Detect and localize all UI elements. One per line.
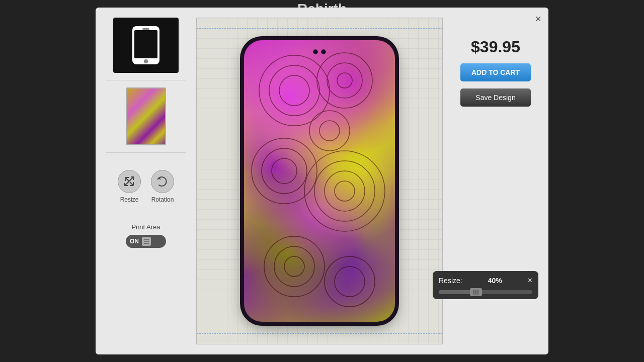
svg-point-20: [304, 151, 385, 231]
resize-slider-thumb[interactable]: [470, 288, 482, 296]
rotation-icon: [157, 176, 168, 187]
resize-label: Resize: [118, 196, 141, 203]
design-canvas[interactable]: [196, 18, 443, 344]
rotation-label: Rotation: [151, 196, 174, 203]
svg-point-30: [319, 121, 340, 141]
tool-buttons-row: [118, 170, 174, 193]
left-panel: Resize Rotation Print Area ON: [106, 18, 186, 344]
phone-case-container: [244, 40, 395, 322]
resize-button[interactable]: [118, 170, 141, 193]
toggle-lines: [144, 239, 149, 244]
svg-point-19: [272, 158, 297, 184]
toggle-on-label: ON: [130, 238, 139, 245]
resize-popup-header: Resize: 40% ×: [439, 276, 532, 285]
modal-dialog: ×: [96, 8, 548, 354]
camera-lens-2: [321, 49, 326, 54]
divider-2: [106, 152, 186, 153]
svg-point-24: [264, 236, 325, 297]
modal-overlay: Rebirth ×: [0, 0, 644, 362]
print-area-section: Print Area ON: [126, 223, 166, 248]
svg-point-2: [144, 59, 148, 63]
close-button[interactable]: ×: [535, 14, 541, 25]
resize-popup-title: Resize:: [439, 277, 462, 285]
svg-point-18: [262, 148, 307, 194]
case-art-design: [244, 40, 395, 322]
svg-line-8: [125, 177, 129, 181]
print-area-label: Print Area: [131, 223, 160, 231]
resize-popup-value: 40%: [488, 277, 502, 285]
svg-point-26: [284, 256, 304, 277]
toggle-handle: [142, 237, 151, 246]
svg-rect-3: [142, 28, 149, 30]
svg-point-14: [317, 53, 372, 108]
svg-point-25: [274, 246, 314, 287]
svg-point-29: [309, 111, 350, 151]
divider-1: [106, 80, 186, 80]
thumb-line-2: [475, 290, 476, 295]
phone-case-art: [244, 40, 395, 322]
floral-art-svg: [244, 40, 395, 322]
svg-point-21: [314, 161, 375, 221]
resize-popup-close-button[interactable]: ×: [528, 276, 532, 285]
tool-labels-row: Resize Rotation: [118, 196, 174, 203]
phone-icon-box: [113, 18, 179, 73]
save-design-button[interactable]: Save Design: [460, 88, 531, 107]
add-to-cart-button[interactable]: ADD TO CART: [460, 63, 531, 81]
phone-icon: [128, 25, 164, 65]
resize-popup: Resize: 40% ×: [433, 271, 538, 299]
resize-icon: [124, 176, 135, 187]
svg-point-13: [279, 75, 309, 106]
modal-body: Resize Rotation Print Area ON: [96, 8, 548, 354]
camera-lens-1: [313, 49, 318, 54]
resize-slider-track[interactable]: [439, 290, 532, 294]
thumbnail-canvas: [127, 88, 165, 144]
toggle-line-2: [144, 241, 149, 242]
price-display: $39.95: [471, 38, 520, 56]
rotation-button[interactable]: [151, 170, 174, 193]
design-thumbnail[interactable]: [126, 87, 166, 145]
svg-line-9: [130, 182, 133, 186]
svg-point-12: [269, 65, 319, 116]
toggle-line-3: [144, 243, 149, 244]
svg-point-22: [325, 171, 365, 211]
camera-area: [313, 49, 326, 54]
svg-rect-1: [134, 30, 157, 58]
print-area-toggle[interactable]: ON: [126, 235, 166, 248]
svg-point-28: [335, 266, 365, 297]
svg-point-27: [325, 256, 375, 307]
svg-point-15: [327, 63, 362, 98]
thumb-line-1: [473, 290, 474, 295]
svg-point-23: [335, 181, 355, 201]
tools-section: Resize Rotation: [118, 170, 174, 203]
svg-point-16: [337, 73, 352, 88]
toggle-line-1: [144, 239, 149, 240]
thumb-line-3: [477, 290, 478, 295]
